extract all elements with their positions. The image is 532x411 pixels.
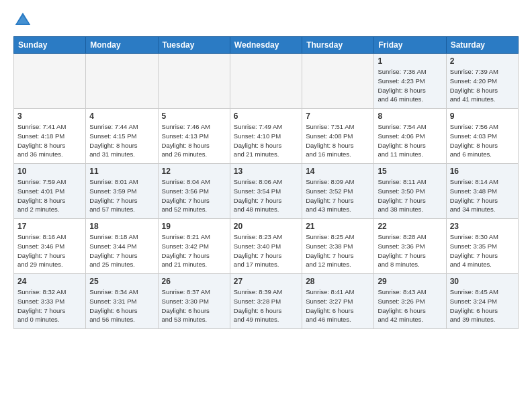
calendar-cell: 28Sunrise: 8:41 AM Sunset: 3:27 PM Dayli… — [302, 274, 374, 329]
day-info: Sunrise: 8:18 AM Sunset: 3:44 PM Dayligh… — [89, 232, 154, 269]
calendar-cell: 21Sunrise: 8:25 AM Sunset: 3:38 PM Dayli… — [302, 219, 374, 274]
day-info: Sunrise: 7:39 AM Sunset: 4:20 PM Dayligh… — [450, 67, 515, 104]
day-info: Sunrise: 7:44 AM Sunset: 4:15 PM Dayligh… — [89, 122, 154, 159]
calendar-cell: 26Sunrise: 8:37 AM Sunset: 3:30 PM Dayli… — [158, 274, 230, 329]
day-info: Sunrise: 8:25 AM Sunset: 3:38 PM Dayligh… — [306, 232, 370, 269]
calendar-week-row: 17Sunrise: 8:16 AM Sunset: 3:46 PM Dayli… — [14, 219, 519, 274]
day-number: 15 — [378, 167, 442, 176]
calendar-cell: 3Sunrise: 7:41 AM Sunset: 4:18 PM Daylig… — [14, 109, 86, 164]
day-number: 16 — [450, 167, 515, 176]
day-number: 29 — [378, 277, 442, 286]
day-number: 20 — [234, 222, 298, 231]
calendar-cell: 11Sunrise: 8:01 AM Sunset: 3:59 PM Dayli… — [86, 164, 158, 219]
day-number: 23 — [450, 222, 515, 231]
day-number: 30 — [450, 277, 515, 286]
day-number: 26 — [162, 277, 226, 286]
calendar-week-row: 1Sunrise: 7:36 AM Sunset: 4:23 PM Daylig… — [14, 54, 519, 109]
day-number: 22 — [378, 222, 442, 231]
calendar-week-row: 3Sunrise: 7:41 AM Sunset: 4:18 PM Daylig… — [14, 109, 519, 164]
day-number: 18 — [89, 222, 154, 231]
calendar-cell: 4Sunrise: 7:44 AM Sunset: 4:15 PM Daylig… — [86, 109, 158, 164]
day-number: 12 — [162, 167, 226, 176]
day-info: Sunrise: 8:34 AM Sunset: 3:31 PM Dayligh… — [89, 287, 154, 324]
day-number: 27 — [234, 277, 298, 286]
calendar-cell: 13Sunrise: 8:06 AM Sunset: 3:54 PM Dayli… — [230, 164, 302, 219]
day-number: 3 — [17, 111, 82, 121]
day-number: 7 — [306, 111, 370, 121]
logo-icon — [13, 11, 32, 30]
day-number: 24 — [17, 277, 82, 286]
day-info: Sunrise: 8:01 AM Sunset: 3:59 PM Dayligh… — [89, 177, 154, 214]
calendar-cell: 7Sunrise: 7:51 AM Sunset: 4:08 PM Daylig… — [302, 109, 374, 164]
calendar-week-row: 24Sunrise: 8:32 AM Sunset: 3:33 PM Dayli… — [14, 274, 519, 329]
calendar-cell: 1Sunrise: 7:36 AM Sunset: 4:23 PM Daylig… — [374, 54, 446, 109]
day-number: 28 — [306, 277, 370, 286]
page: SundayMondayTuesdayWednesdayThursdayFrid… — [0, 0, 532, 336]
day-info: Sunrise: 7:54 AM Sunset: 4:06 PM Dayligh… — [378, 122, 442, 159]
weekday-header: Thursday — [302, 37, 374, 54]
day-info: Sunrise: 8:32 AM Sunset: 3:33 PM Dayligh… — [17, 287, 82, 324]
calendar-cell: 6Sunrise: 7:49 AM Sunset: 4:10 PM Daylig… — [230, 109, 302, 164]
calendar-cell: 8Sunrise: 7:54 AM Sunset: 4:06 PM Daylig… — [374, 109, 446, 164]
calendar-cell: 5Sunrise: 7:46 AM Sunset: 4:13 PM Daylig… — [158, 109, 230, 164]
calendar-table: SundayMondayTuesdayWednesdayThursdayFrid… — [13, 36, 519, 329]
calendar-cell: 17Sunrise: 8:16 AM Sunset: 3:46 PM Dayli… — [14, 219, 86, 274]
calendar-cell: 22Sunrise: 8:28 AM Sunset: 3:36 PM Dayli… — [374, 219, 446, 274]
day-number: 4 — [89, 111, 154, 121]
weekday-header: Tuesday — [158, 37, 230, 54]
calendar-cell: 9Sunrise: 7:56 AM Sunset: 4:03 PM Daylig… — [446, 109, 518, 164]
calendar-cell: 23Sunrise: 8:30 AM Sunset: 3:35 PM Dayli… — [446, 219, 518, 274]
weekday-header: Sunday — [14, 37, 86, 54]
weekday-header: Wednesday — [230, 37, 302, 54]
calendar-cell: 10Sunrise: 7:59 AM Sunset: 4:01 PM Dayli… — [14, 164, 86, 219]
day-number: 13 — [234, 167, 298, 176]
day-info: Sunrise: 7:49 AM Sunset: 4:10 PM Dayligh… — [234, 122, 298, 159]
weekday-header: Monday — [86, 37, 158, 54]
day-info: Sunrise: 8:06 AM Sunset: 3:54 PM Dayligh… — [234, 177, 298, 214]
calendar-cell: 15Sunrise: 8:11 AM Sunset: 3:50 PM Dayli… — [374, 164, 446, 219]
day-info: Sunrise: 8:11 AM Sunset: 3:50 PM Dayligh… — [378, 177, 442, 214]
calendar-header-row: SundayMondayTuesdayWednesdayThursdayFrid… — [14, 37, 519, 54]
day-info: Sunrise: 8:37 AM Sunset: 3:30 PM Dayligh… — [162, 287, 226, 324]
day-number: 1 — [378, 56, 442, 66]
calendar-cell: 24Sunrise: 8:32 AM Sunset: 3:33 PM Dayli… — [14, 274, 86, 329]
day-number: 21 — [306, 222, 370, 231]
calendar-cell: 29Sunrise: 8:43 AM Sunset: 3:26 PM Dayli… — [374, 274, 446, 329]
day-info: Sunrise: 8:41 AM Sunset: 3:27 PM Dayligh… — [306, 287, 370, 324]
day-info: Sunrise: 8:39 AM Sunset: 3:28 PM Dayligh… — [234, 287, 298, 324]
calendar-cell: 19Sunrise: 8:21 AM Sunset: 3:42 PM Dayli… — [158, 219, 230, 274]
day-info: Sunrise: 8:28 AM Sunset: 3:36 PM Dayligh… — [378, 232, 442, 269]
calendar-cell: 16Sunrise: 8:14 AM Sunset: 3:48 PM Dayli… — [446, 164, 518, 219]
calendar-cell — [230, 54, 302, 109]
calendar-cell: 25Sunrise: 8:34 AM Sunset: 3:31 PM Dayli… — [86, 274, 158, 329]
day-info: Sunrise: 7:36 AM Sunset: 4:23 PM Dayligh… — [378, 67, 442, 104]
day-number: 10 — [17, 167, 82, 176]
day-info: Sunrise: 7:41 AM Sunset: 4:18 PM Dayligh… — [17, 122, 82, 159]
day-info: Sunrise: 7:59 AM Sunset: 4:01 PM Dayligh… — [17, 177, 82, 214]
calendar-cell: 27Sunrise: 8:39 AM Sunset: 3:28 PM Dayli… — [230, 274, 302, 329]
day-info: Sunrise: 8:21 AM Sunset: 3:42 PM Dayligh… — [162, 232, 226, 269]
calendar-cell: 14Sunrise: 8:09 AM Sunset: 3:52 PM Dayli… — [302, 164, 374, 219]
day-number: 25 — [89, 277, 154, 286]
weekday-header: Friday — [374, 37, 446, 54]
calendar-cell — [14, 54, 86, 109]
day-number: 8 — [378, 111, 442, 121]
day-info: Sunrise: 8:23 AM Sunset: 3:40 PM Dayligh… — [234, 232, 298, 269]
header — [13, 11, 519, 30]
weekday-header: Saturday — [446, 37, 518, 54]
day-info: Sunrise: 7:56 AM Sunset: 4:03 PM Dayligh… — [450, 122, 515, 159]
day-info: Sunrise: 8:43 AM Sunset: 3:26 PM Dayligh… — [378, 287, 442, 324]
day-info: Sunrise: 8:09 AM Sunset: 3:52 PM Dayligh… — [306, 177, 370, 214]
logo — [13, 11, 35, 30]
calendar-cell: 30Sunrise: 8:45 AM Sunset: 3:24 PM Dayli… — [446, 274, 518, 329]
calendar-cell: 18Sunrise: 8:18 AM Sunset: 3:44 PM Dayli… — [86, 219, 158, 274]
day-number: 2 — [450, 56, 515, 66]
calendar-week-row: 10Sunrise: 7:59 AM Sunset: 4:01 PM Dayli… — [14, 164, 519, 219]
day-info: Sunrise: 8:30 AM Sunset: 3:35 PM Dayligh… — [450, 232, 515, 269]
day-number: 11 — [89, 167, 154, 176]
calendar-cell: 12Sunrise: 8:04 AM Sunset: 3:56 PM Dayli… — [158, 164, 230, 219]
day-info: Sunrise: 7:46 AM Sunset: 4:13 PM Dayligh… — [162, 122, 226, 159]
day-number: 5 — [162, 111, 226, 121]
day-info: Sunrise: 8:45 AM Sunset: 3:24 PM Dayligh… — [450, 287, 515, 324]
calendar-cell — [158, 54, 230, 109]
